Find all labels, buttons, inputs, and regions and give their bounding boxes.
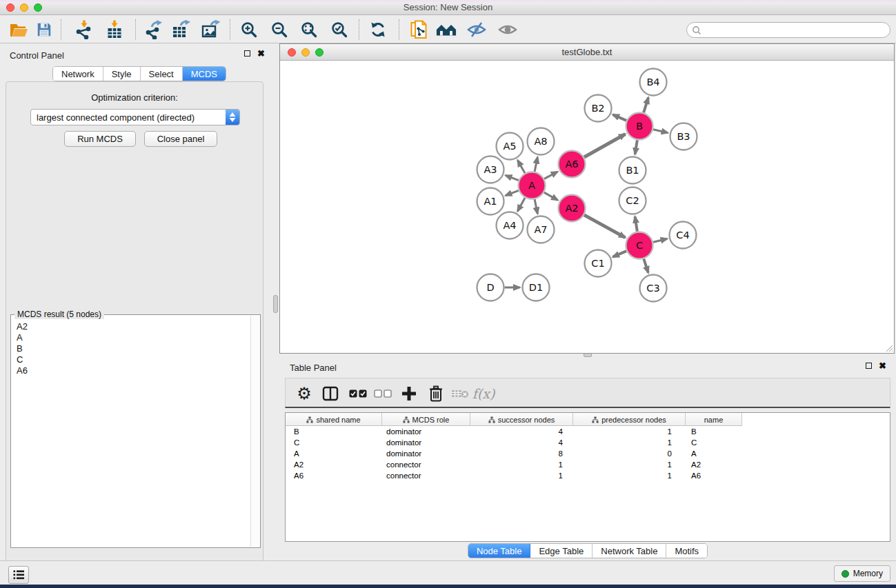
edge-B-B4[interactable]	[644, 97, 648, 112]
graph-node-A[interactable]: A	[519, 172, 546, 199]
float-panel-icon[interactable]	[244, 50, 250, 57]
graph-node-A5[interactable]: A5	[497, 133, 524, 160]
show-all-eye-icon[interactable]	[497, 20, 518, 39]
export-network-icon[interactable]	[143, 20, 163, 39]
tab-style[interactable]: Style	[103, 67, 141, 81]
zoom-fit-icon[interactable]	[299, 20, 319, 39]
mcds-result-item[interactable]: A	[12, 332, 250, 343]
close-panel-icon[interactable]: ✖	[257, 50, 265, 57]
export-image-icon[interactable]	[200, 20, 221, 39]
mcds-result-item[interactable]: C	[12, 354, 250, 365]
delete-table-icon[interactable]	[450, 383, 470, 404]
delete-column-trash-icon[interactable]	[426, 383, 446, 404]
table-row[interactable]: Cdominator41C	[286, 437, 890, 448]
refresh-icon[interactable]	[368, 20, 388, 39]
mcds-result-item[interactable]: A2	[12, 321, 250, 332]
table-settings-gear-icon[interactable]: ⚙	[294, 383, 315, 404]
table-row[interactable]: A2connector11A2	[286, 459, 890, 470]
graph-node-B1[interactable]: B1	[619, 157, 646, 184]
graph-node-C4[interactable]: C4	[670, 222, 697, 249]
network-graph-canvas[interactable]: B4B2BB3A5A8A6A3B1AA1C2A2A4A7C4CC1C3DD1	[280, 61, 894, 353]
select-all-icon[interactable]	[348, 383, 368, 404]
graph-node-A2[interactable]: A2	[559, 195, 586, 222]
import-network-icon[interactable]	[73, 20, 94, 39]
graph-node-A4[interactable]: A4	[497, 212, 524, 239]
open-session-icon[interactable]	[8, 20, 29, 39]
edge-C-C2[interactable]	[635, 216, 637, 232]
graph-node-A1[interactable]: A1	[477, 188, 504, 215]
table-row[interactable]: A6connector11A6	[286, 470, 890, 481]
edge-C-C3[interactable]	[644, 259, 648, 273]
optimization-criterion-dropdown[interactable]: largest connected component (directed)	[30, 109, 240, 125]
graph-node-A7[interactable]: A7	[528, 216, 555, 243]
deselect-all-icon[interactable]	[372, 383, 393, 404]
tab-mcds[interactable]: MCDS	[183, 67, 226, 81]
edge-A-A8[interactable]	[535, 157, 537, 172]
graph-node-A6[interactable]: A6	[559, 151, 586, 178]
table-tab-network-table[interactable]: Network Table	[593, 544, 666, 558]
first-neighbors-icon[interactable]	[436, 20, 457, 39]
table-tab-node-table[interactable]: Node Table	[468, 544, 531, 558]
edge-C-C4[interactable]	[653, 239, 667, 242]
mcds-result-item[interactable]: B	[12, 343, 250, 354]
column-header-mcds-role[interactable]: MCDS role	[382, 413, 470, 426]
edge-A-A2[interactable]	[544, 192, 558, 200]
close-table-panel-icon[interactable]: ✖	[879, 363, 886, 369]
memory-button[interactable]: Memory	[834, 565, 890, 582]
edge-B-B1[interactable]	[635, 140, 637, 154]
edge-B-B2[interactable]	[613, 114, 627, 121]
graph-node-B2[interactable]: B2	[585, 95, 612, 122]
show-columns-icon[interactable]	[320, 383, 341, 404]
edge-B-B3[interactable]	[653, 130, 668, 133]
edge-A-A5[interactable]	[518, 160, 525, 173]
mcds-result-item[interactable]: A6	[12, 365, 250, 376]
float-table-panel-icon[interactable]	[866, 363, 872, 369]
search-input[interactable]	[701, 24, 890, 37]
graph-node-D1[interactable]: D1	[523, 274, 550, 301]
tab-select[interactable]: Select	[141, 67, 183, 81]
graph-node-C2[interactable]: C2	[619, 187, 646, 214]
graph-node-A3[interactable]: A3	[477, 156, 504, 183]
graph-node-C[interactable]: C	[626, 232, 653, 259]
search-field[interactable]	[686, 22, 890, 38]
edge-A-A6[interactable]	[544, 172, 557, 179]
result-list-scrollbar[interactable]	[250, 316, 259, 547]
table-row[interactable]: Bdominator41B	[286, 426, 890, 437]
table-row[interactable]: Adominator80A	[286, 448, 890, 459]
table-tab-edge-table[interactable]: Edge Table	[530, 544, 593, 558]
add-column-plus-icon[interactable]	[399, 383, 419, 404]
column-header-successor-nodes[interactable]: successor nodes	[470, 413, 573, 426]
task-history-button[interactable]	[8, 566, 29, 584]
window-resize-grip[interactable]	[885, 344, 893, 352]
column-header-name[interactable]: name	[686, 413, 742, 426]
zoom-out-icon[interactable]	[269, 20, 290, 39]
tab-network[interactable]: Network	[53, 67, 103, 81]
close-panel-button[interactable]: Close panel	[144, 131, 217, 147]
graph-node-B4[interactable]: B4	[640, 69, 667, 96]
edge-A-A3[interactable]	[506, 175, 519, 180]
save-session-icon[interactable]	[34, 20, 54, 39]
column-header-predecessor-nodes[interactable]: predecessor nodes	[573, 413, 686, 426]
apply-function-icon[interactable]: f(x)	[473, 383, 494, 404]
table-tab-motifs[interactable]: Motifs	[666, 544, 707, 558]
edge-C-C1[interactable]	[613, 251, 627, 257]
graph-node-B3[interactable]: B3	[670, 123, 697, 150]
zoom-selected-icon[interactable]	[329, 20, 350, 39]
vertical-splitter-handle[interactable]	[273, 295, 278, 313]
run-mcds-button[interactable]: Run MCDS	[64, 131, 136, 147]
network-snapshot-icon[interactable]	[408, 20, 429, 39]
edge-A-A7[interactable]	[535, 199, 537, 214]
graph-node-C3[interactable]: C3	[640, 275, 667, 302]
hide-selected-eye-slash-icon[interactable]	[466, 20, 487, 39]
edge-A2-C[interactable]	[584, 215, 625, 238]
graph-node-C1[interactable]: C1	[585, 250, 612, 277]
export-table-icon[interactable]	[170, 20, 191, 39]
edge-A6-B[interactable]	[584, 134, 626, 157]
import-table-icon[interactable]	[104, 20, 125, 39]
graph-node-B[interactable]: B	[626, 113, 653, 140]
edge-A-A1[interactable]	[506, 190, 519, 195]
column-header-shared-name[interactable]: shared name	[286, 413, 382, 426]
edge-A-A4[interactable]	[517, 198, 525, 211]
zoom-in-icon[interactable]	[239, 20, 259, 39]
graph-node-D[interactable]: D	[477, 274, 504, 301]
